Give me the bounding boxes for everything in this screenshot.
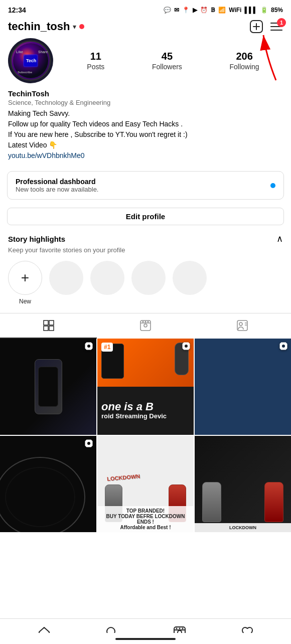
highlight-new[interactable]: + New (8, 261, 42, 305)
highlight-circle-1[interactable] (49, 261, 83, 295)
battery-icon: 🔋 (260, 7, 268, 14)
bio-category: Science, Technology & Engineering (8, 99, 283, 106)
post-5[interactable]: TOP BRANDED!BUY TODAY BEFRE LOCKDOWN END… (97, 436, 194, 532)
bio-name: TechinTosh (8, 89, 283, 98)
grid-icon (43, 319, 55, 332)
tagged-icon (236, 319, 248, 332)
post-2-line1: one is a B (101, 401, 190, 412)
pro-dashboard-title: Professional dashboard (16, 178, 98, 186)
post-5-caption: TOP BRANDED!BUY TODAY BEFRE LOCKDOWN END… (97, 506, 194, 532)
phone-icon: 📶 (218, 7, 226, 14)
posts-stat[interactable]: 11 Posts (87, 51, 104, 71)
post-2-text: one is a B roid Streaming Devic (101, 401, 190, 420)
pro-dashboard-dot (270, 183, 275, 188)
post-2[interactable]: #1 one is a B roid Streaming Devic (97, 339, 194, 435)
reel-badge-1 (84, 342, 93, 353)
bio-line2: Follow up for quality Tech videos and Ea… (8, 120, 183, 128)
svg-text:Share: Share (38, 50, 48, 54)
following-stat[interactable]: 206 Following (230, 51, 259, 71)
username-label: techin_tosh (8, 20, 70, 33)
svg-point-35 (182, 628, 183, 629)
new-highlight-label: New (19, 298, 31, 305)
youtube-icon: ▶ (193, 7, 197, 14)
status-bar: 12:34 💬 ✉ 📍 ▶ ⏰ 𝔹 📶 WiFi ▌▌▌ 🔋 85% (0, 0, 291, 18)
posts-grid: #1 one is a B roid Streaming Devic (0, 339, 291, 532)
following-count: 206 (230, 51, 259, 62)
pro-dashboard-text: Professional dashboard New tools are now… (16, 178, 98, 193)
post-2-line2: roid Streaming Devic (101, 412, 190, 420)
dropdown-icon[interactable]: ▾ (73, 23, 76, 31)
bio-section: TechinTosh Science, Technology & Enginee… (0, 89, 291, 167)
posts-label: Posts (87, 63, 104, 71)
bio-link[interactable]: youtu.be/wVDhbnkhMe0 (8, 151, 85, 159)
svg-point-22 (144, 321, 146, 323)
post-1[interactable] (0, 339, 96, 435)
following-label: Following (230, 63, 259, 71)
profile-header: techin_tosh ▾ 1 (0, 18, 291, 38)
reel-badge-3 (279, 342, 288, 353)
highlight-circle-3[interactable] (131, 261, 166, 295)
svg-point-21 (142, 321, 143, 323)
home-indicator (115, 638, 176, 640)
post-3[interactable] (195, 339, 291, 435)
svg-point-19 (144, 324, 147, 327)
svg-rect-15 (49, 320, 54, 325)
highlight-4[interactable] (173, 261, 207, 305)
highlights-header: Story highlights ∧ (8, 233, 283, 244)
edit-profile-button[interactable]: Edit profile (7, 208, 284, 225)
reel-badge-4 (84, 439, 93, 450)
svg-point-23 (147, 321, 149, 323)
avatar-image: Like Share Tech Subscribe (11, 41, 51, 81)
highlights-section: Story highlights ∧ Keep your favorite st… (0, 233, 291, 313)
add-content-button[interactable] (250, 20, 263, 33)
highlight-circle-2[interactable] (90, 261, 124, 295)
post-6-caption: LOCKDOWN (195, 523, 291, 532)
svg-point-25 (239, 323, 242, 326)
svg-rect-16 (44, 326, 48, 331)
whatsapp-icon: 💬 (164, 7, 171, 14)
status-time: 12:34 (8, 6, 26, 14)
plus-icon: + (21, 270, 29, 286)
tab-grid[interactable] (0, 313, 97, 339)
highlights-collapse-icon[interactable]: ∧ (276, 233, 283, 244)
signal-icon: ▌▌▌ (244, 7, 257, 14)
pro-dashboard-subtitle: New tools are now available. (16, 186, 98, 193)
new-highlight-circle[interactable]: + (8, 261, 42, 295)
post-4[interactable] (0, 436, 96, 532)
svg-text:Tech: Tech (26, 58, 36, 63)
status-icons: 💬 ✉ 📍 ▶ ⏰ 𝔹 📶 WiFi ▌▌▌ 🔋 85% (164, 7, 283, 14)
stats-row: 11 Posts 45 Followers 206 Following (63, 51, 283, 71)
followers-count: 45 (152, 51, 182, 62)
add-icon (250, 20, 263, 33)
profile-info: Like Share Tech Subscribe 11 Posts 45 Fo… (0, 38, 291, 89)
highlight-circle-4[interactable] (173, 261, 207, 295)
bio-text: Making Tech Savvy. Follow up for quality… (8, 108, 283, 161)
followers-stat[interactable]: 45 Followers (152, 51, 182, 71)
content-tab-bar (0, 313, 291, 339)
notification-badge: 1 (277, 18, 286, 27)
bio-line1: Making Tech Savvy. (8, 109, 70, 117)
curve-lines (0, 436, 96, 532)
highlight-2[interactable] (90, 261, 124, 305)
professional-dashboard[interactable]: Professional dashboard New tools are now… (7, 171, 284, 200)
svg-rect-14 (44, 320, 48, 325)
bio-line4: Latest Video 👇 (8, 141, 57, 149)
svg-rect-17 (49, 326, 54, 331)
tab-reels[interactable] (97, 313, 194, 339)
online-status-dot (79, 24, 84, 29)
battery-level: 85% (271, 7, 283, 14)
svg-point-33 (176, 628, 177, 629)
bluetooth-icon: 𝔹 (211, 7, 215, 14)
post-6[interactable]: LOCKDOWN (195, 436, 291, 532)
menu-button[interactable]: 1 (270, 21, 283, 32)
svg-text:Like: Like (16, 50, 23, 54)
highlights-subtitle: Keep your favorite stories on your profi… (8, 246, 283, 254)
highlight-1[interactable] (49, 261, 83, 305)
location-icon: 📍 (182, 7, 190, 14)
tab-tagged[interactable] (194, 313, 291, 339)
highlight-3[interactable] (131, 261, 166, 305)
alarm-icon: ⏰ (200, 7, 208, 14)
reel-badge-2 (182, 342, 191, 353)
svg-rect-24 (237, 320, 247, 331)
avatar[interactable]: Like Share Tech Subscribe (8, 38, 53, 83)
